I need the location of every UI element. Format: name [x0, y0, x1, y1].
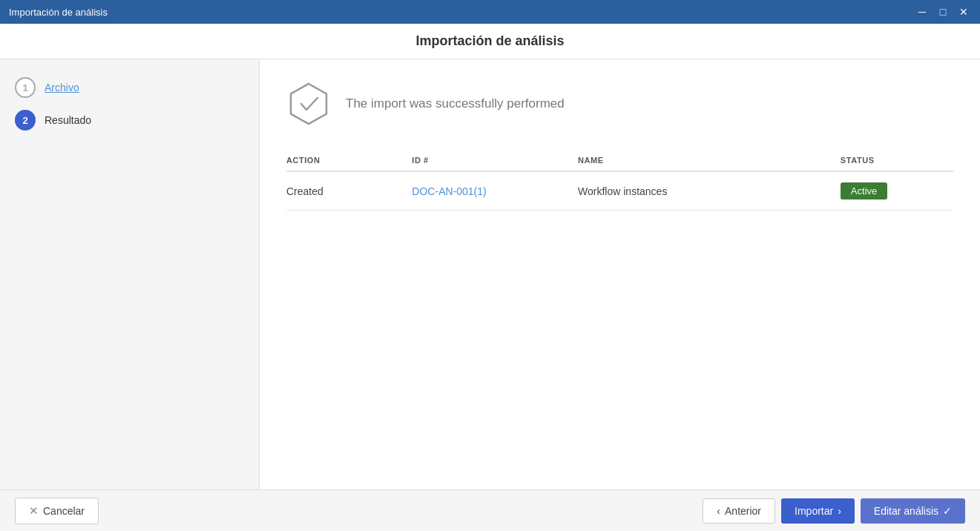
edit-check-icon: ✓	[943, 505, 952, 517]
cancel-icon: ✕	[29, 504, 39, 518]
main-layout: 1 Archivo 2 Resultado The import was suc…	[0, 59, 980, 489]
col-header-action: ACTION	[286, 150, 412, 171]
result-table: ACTION ID # NAME STATUS Created DOC-AN-0…	[286, 150, 953, 211]
svg-marker-0	[291, 84, 326, 124]
minimize-button[interactable]: ─	[915, 4, 930, 19]
prev-icon: ‹	[717, 505, 720, 517]
step-1-circle: 1	[15, 77, 36, 98]
table-header: ACTION ID # NAME STATUS	[286, 150, 953, 171]
step-1-label[interactable]: Archivo	[45, 82, 79, 93]
title-bar: Importación de análisis ─ □ ✕	[0, 0, 980, 24]
maximize-button[interactable]: □	[935, 4, 950, 19]
col-header-name: NAME	[578, 150, 841, 171]
row-status: Active	[841, 171, 953, 211]
action-bar-left: ✕ Cancelar	[15, 498, 99, 524]
step-2: 2 Resultado	[15, 110, 244, 131]
success-message: The import was successfully performed	[346, 96, 565, 111]
table-row: Created DOC-AN-001(1) Workflow instances…	[286, 171, 953, 211]
table-body: Created DOC-AN-001(1) Workflow instances…	[286, 171, 953, 211]
row-name: Workflow instances	[578, 171, 841, 211]
close-button[interactable]: ✕	[956, 4, 971, 19]
col-header-status: STATUS	[841, 150, 953, 171]
title-bar-title: Importación de análisis	[9, 7, 108, 18]
success-icon	[286, 82, 331, 126]
prev-button[interactable]: ‹ Anterior	[703, 498, 775, 524]
import-chevron-icon: ›	[838, 505, 841, 517]
status-badge: Active	[841, 182, 887, 199]
col-header-id: ID #	[412, 150, 578, 171]
content-area: The import was successfully performed AC…	[260, 59, 980, 489]
action-bar: ✕ Cancelar ‹ Anterior Importar › Editar …	[0, 489, 980, 531]
cancel-button[interactable]: ✕ Cancelar	[15, 498, 99, 524]
sidebar: 1 Archivo 2 Resultado	[0, 59, 260, 489]
app-header-title: Importación de análisis	[415, 33, 564, 49]
title-bar-controls: ─ □ ✕	[915, 4, 971, 19]
import-button[interactable]: Importar ›	[781, 498, 855, 524]
row-id[interactable]: DOC-AN-001(1)	[412, 171, 578, 211]
step-1: 1 Archivo	[15, 77, 244, 98]
row-action: Created	[286, 171, 412, 211]
success-banner: The import was successfully performed	[286, 82, 953, 126]
edit-button[interactable]: Editar análisis ✓	[861, 498, 965, 524]
row-id-link[interactable]: DOC-AN-001(1)	[412, 185, 486, 197]
step-2-label: Resultado	[45, 114, 91, 126]
step-2-circle: 2	[15, 110, 36, 131]
action-bar-right: ‹ Anterior Importar › Editar análisis ✓	[703, 498, 965, 524]
app-header: Importación de análisis	[0, 24, 980, 59]
